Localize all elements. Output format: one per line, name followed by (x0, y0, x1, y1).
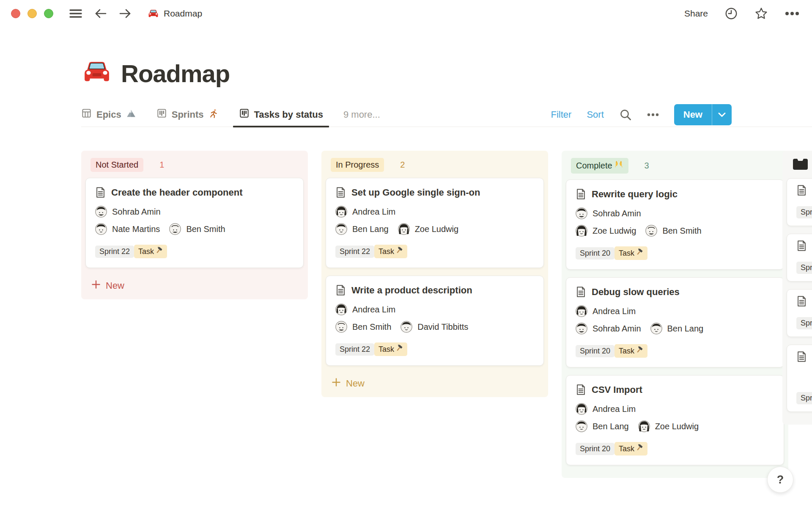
assignee: Andrea Lim (576, 403, 636, 415)
page-doc-icon (576, 384, 586, 395)
assignee-row: Sohrab Amin (95, 206, 295, 218)
close-window-button[interactable] (11, 9, 20, 18)
assignee: Sohrab Amin (576, 323, 641, 334)
sprint-badge: Sprint 22 (335, 343, 374, 356)
tab-label: Epics (96, 109, 121, 120)
share-button[interactable]: Share (684, 8, 708, 19)
page-doc-icon (796, 295, 807, 307)
column-header: Complete3 (566, 151, 784, 179)
view-options-icon[interactable] (647, 113, 659, 116)
more-options-icon[interactable] (785, 11, 799, 16)
assignee-name: Ben Smith (662, 226, 701, 236)
column-header: Not Started1 (85, 151, 304, 178)
forward-arrow-icon[interactable] (119, 8, 131, 19)
filter-button[interactable]: Filter (551, 109, 572, 120)
kanban-board: Not Started1Create the header componentS… (81, 151, 812, 478)
card-title-row: Debug slow queries (576, 286, 775, 298)
breadcrumb[interactable]: Roadmap (148, 8, 202, 19)
assignee-name: Zoe Ludwig (593, 226, 636, 236)
task-card[interactable]: SprintTask (787, 234, 812, 282)
avatar-ben-smith (169, 223, 181, 235)
task-card[interactable]: SprintTask (787, 345, 812, 412)
sprint-badge: Sprint 22 (95, 246, 134, 258)
assignee: Ben Lang (650, 323, 704, 334)
status-label: Complete (576, 161, 612, 171)
task-tag-label: Task (619, 249, 634, 258)
back-arrow-icon[interactable] (95, 8, 107, 19)
card-title-row (796, 185, 812, 196)
hammer-icon (155, 246, 163, 257)
page-doc-icon (95, 187, 106, 198)
zoom-window-button[interactable] (44, 9, 53, 18)
add-card-button[interactable]: New (85, 276, 304, 294)
tab-sprints[interactable]: Sprints (156, 102, 219, 127)
assignee-row: Ben LangZoe Ludwig (576, 420, 775, 432)
search-icon[interactable] (619, 108, 632, 121)
favorite-star-icon[interactable] (754, 7, 768, 20)
assignee-row: Nate MartinsBen Smith (95, 223, 295, 235)
task-card[interactable]: Debug slow queriesAndrea LimSohrab AminB… (566, 277, 784, 367)
board-column: Complete3Rewrite query logicSohrab AminZ… (562, 151, 788, 478)
task-card[interactable]: CSV ImportAndrea LimBen LangZoe LudwigSp… (566, 375, 784, 465)
more-views-button[interactable]: 9 more... (343, 102, 380, 127)
chevron-down-icon[interactable] (712, 104, 732, 125)
sort-button[interactable]: Sort (587, 109, 604, 120)
assignee-row: Andrea Lim (576, 305, 775, 317)
page-doc-icon (796, 240, 807, 251)
task-card[interactable]: SprintTask (787, 178, 812, 226)
assignee-name: Zoe Ludwig (415, 224, 458, 234)
sidebar-menu-icon[interactable] (69, 8, 82, 19)
page-doc-icon (796, 185, 807, 196)
task-card[interactable]: Write a product descriptionAndrea LimBen… (326, 276, 544, 366)
avatar-andrea-lim (335, 206, 347, 218)
tab-epics[interactable]: Epics (81, 102, 136, 127)
card-title-text: Debug slow queries (592, 287, 680, 298)
avatar-nate-martins (95, 223, 107, 235)
assignee-name: Andrea Lim (593, 306, 636, 316)
new-button[interactable]: New (674, 104, 712, 125)
card-title-text: CSV Import (592, 384, 642, 395)
page-title[interactable]: Roadmap (121, 59, 230, 88)
add-card-button[interactable]: New (326, 373, 544, 392)
task-card[interactable]: Create the header componentSohrab AminNa… (85, 178, 304, 268)
tab-tasks-by-status[interactable]: Tasks by status (239, 102, 323, 127)
status-badge[interactable]: Not Started (91, 158, 143, 172)
status-label: Not Started (96, 160, 138, 170)
table-view-icon (81, 108, 92, 121)
assignee-row: Andrea Lim (335, 304, 535, 315)
updates-clock-icon[interactable] (725, 7, 738, 20)
car-icon[interactable] (83, 58, 111, 88)
window-titlebar: Roadmap Share (0, 0, 812, 27)
assignee-name: Ben Lang (593, 422, 629, 431)
assignee-name: Sohrab Amin (593, 209, 641, 218)
help-button[interactable]: ? (767, 467, 793, 493)
assignee: Andrea Lim (576, 305, 636, 317)
plus-icon (91, 280, 101, 292)
avatar-ben-smith (645, 225, 657, 237)
assignee: Zoe Ludwig (638, 420, 699, 432)
assignee: Andrea Lim (335, 304, 395, 315)
task-tag-badge: Task (614, 246, 647, 260)
task-tag-badge: Task (374, 245, 407, 258)
task-card[interactable]: Rewrite query logicSohrab AminZoe Ludwig… (566, 179, 784, 270)
avatar-zoe-ludwig (398, 223, 410, 235)
avatar-sohrab-amin (576, 207, 587, 219)
task-tag-badge: Task (374, 342, 407, 356)
task-card[interactable]: Set up Google single sign-onAndrea LimBe… (326, 178, 544, 268)
avatar-andrea-lim (576, 403, 587, 415)
status-badge[interactable]: Complete (571, 158, 628, 174)
card-title-row (796, 240, 812, 251)
task-card[interactable]: SprintTask (787, 289, 812, 337)
assignee: Ben Smith (335, 321, 391, 333)
assignee-name: Ben Smith (352, 322, 391, 332)
task-tag-label: Task (619, 347, 634, 356)
sprint-badge: Sprint 20 (576, 443, 614, 455)
assignee-name: Zoe Ludwig (655, 422, 699, 431)
breadcrumb-title: Roadmap (164, 8, 202, 19)
spacer (796, 367, 812, 387)
hammer-icon (395, 246, 403, 257)
status-badge[interactable]: In Progress (331, 158, 384, 172)
assignee-name: Andrea Lim (352, 305, 395, 315)
card-title-text: Rewrite query logic (592, 189, 678, 200)
minimize-window-button[interactable] (27, 9, 37, 18)
